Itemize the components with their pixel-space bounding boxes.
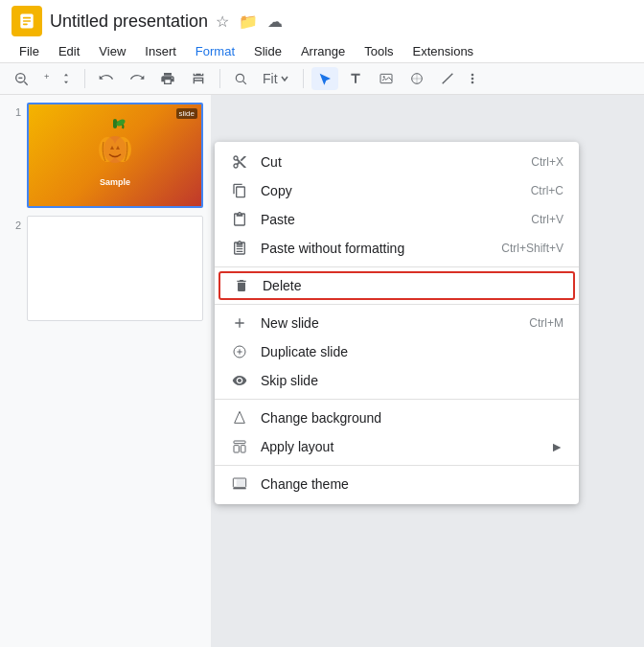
slide-sample-text: Sample: [86, 177, 144, 187]
menu-change-background[interactable]: Change background: [215, 404, 579, 432]
duplicate-slide-icon: [230, 344, 249, 359]
slide-badge: slide: [176, 108, 197, 119]
divider-3: [215, 399, 579, 400]
slide-thumb-1[interactable]: 1 slide: [8, 103, 203, 208]
apply-layout-label: Apply layout: [261, 439, 550, 454]
svg-rect-1: [23, 17, 31, 19]
paste-shortcut: Ctrl+V: [531, 213, 564, 226]
change-theme-label: Change theme: [261, 476, 564, 492]
paste-no-format-label: Paste without formatting: [261, 241, 501, 256]
cut-icon: [230, 154, 249, 170]
menu-change-theme[interactable]: Change theme: [215, 470, 579, 498]
menu-insert[interactable]: Insert: [137, 40, 184, 62]
svg-text:+: +: [44, 72, 49, 81]
menu-delete[interactable]: Delete: [218, 271, 575, 300]
folder-icon[interactable]: 📁: [239, 12, 258, 31]
slide-panel: 1 slide: [0, 95, 211, 647]
svg-point-8: [236, 74, 243, 81]
copy-shortcut: Ctrl+C: [531, 184, 564, 197]
paste-no-format-shortcut: Ctrl+Shift+V: [501, 242, 564, 255]
svg-rect-14: [113, 119, 117, 128]
svg-point-11: [382, 76, 384, 78]
toolbar: + Fit: [0, 63, 644, 95]
menu-cut[interactable]: Cut Ctrl+X: [215, 148, 579, 176]
cut-shortcut: Ctrl+X: [531, 155, 564, 169]
line-tool-button[interactable]: [434, 67, 461, 90]
new-slide-label: New slide: [261, 315, 529, 331]
svg-rect-23: [234, 446, 239, 452]
document-title[interactable]: Untitled presentation: [50, 12, 208, 32]
toolbar-sep-2: [219, 69, 220, 88]
change-theme-icon: [230, 476, 249, 492]
change-background-icon: [230, 410, 249, 426]
paste-no-format-icon: [230, 241, 249, 256]
zoom-select-button[interactable]: [228, 68, 253, 89]
menu-slide[interactable]: Slide: [246, 40, 289, 62]
menu-tools[interactable]: Tools: [356, 40, 401, 62]
print-button[interactable]: [154, 67, 181, 90]
top-bar: Untitled presentation ☆ 📁 ☁ File Edit Vi…: [0, 0, 644, 63]
zoom-label-button[interactable]: Fit: [257, 67, 295, 90]
menu-paste[interactable]: Paste Ctrl+V: [215, 205, 579, 234]
paste-icon: [230, 212, 249, 227]
svg-point-19: [104, 136, 126, 163]
toolbar-sep-1: [84, 69, 85, 88]
skip-slide-icon: [230, 373, 249, 388]
svg-rect-24: [241, 446, 245, 452]
star-icon[interactable]: ☆: [216, 12, 229, 31]
zoom-in-button[interactable]: +: [38, 67, 77, 90]
delete-label: Delete: [263, 278, 562, 293]
skip-slide-label: Skip slide: [261, 373, 564, 388]
cloud-icon[interactable]: ☁: [267, 12, 283, 31]
copy-label: Copy: [261, 183, 531, 198]
menu-edit[interactable]: Edit: [51, 40, 87, 62]
menu-duplicate-slide[interactable]: Duplicate slide: [215, 337, 579, 366]
shapes-tool-button[interactable]: [403, 67, 430, 90]
menu-file[interactable]: File: [12, 40, 47, 62]
select-tool-button[interactable]: [311, 67, 338, 90]
more-tools-icon: [465, 71, 480, 86]
slide-preview-1[interactable]: slide: [27, 103, 203, 208]
apply-layout-arrow: ►: [550, 439, 564, 454]
paste-label: Paste: [261, 212, 531, 227]
duplicate-slide-label: Duplicate slide: [261, 344, 564, 359]
copy-icon: [230, 183, 249, 198]
text-tool-button[interactable]: [342, 67, 369, 90]
menu-extensions[interactable]: Extensions: [405, 40, 482, 62]
svg-rect-2: [23, 20, 31, 22]
svg-line-13: [442, 74, 452, 84]
pumpkin-area: Sample: [86, 115, 144, 187]
slide-num-2: 2: [8, 216, 21, 231]
context-menu: Cut Ctrl+X Copy Ctrl+C Paste Ctrl+V Past…: [215, 142, 579, 504]
menu-format[interactable]: Format: [188, 40, 242, 62]
change-background-label: Change background: [261, 410, 564, 426]
svg-rect-22: [234, 441, 245, 444]
delete-icon: [232, 278, 251, 293]
menu-copy[interactable]: Copy Ctrl+C: [215, 176, 579, 205]
menu-skip-slide[interactable]: Skip slide: [215, 366, 579, 395]
svg-rect-3: [23, 24, 28, 26]
undo-button[interactable]: [93, 67, 120, 90]
title-row: Untitled presentation ☆ 📁 ☁: [12, 6, 632, 36]
app-icon: [12, 6, 42, 36]
image-tool-button[interactable]: [373, 67, 400, 90]
menu-new-slide[interactable]: New slide Ctrl+M: [215, 309, 579, 337]
menu-view[interactable]: View: [91, 40, 133, 62]
menu-arrange[interactable]: Arrange: [293, 40, 353, 62]
slide-num-1: 1: [8, 103, 21, 118]
slide-preview-2[interactable]: [27, 216, 203, 321]
menu-bar: File Edit View Insert Format Slide Arran…: [12, 40, 632, 62]
slide-thumb-2[interactable]: 2: [8, 216, 203, 321]
zoom-out-button[interactable]: [8, 67, 34, 90]
menu-paste-no-format[interactable]: Paste without formatting Ctrl+Shift+V: [215, 234, 579, 263]
paint-format-button[interactable]: [185, 67, 212, 90]
menu-apply-layout[interactable]: Apply layout ►: [215, 432, 579, 461]
new-slide-shortcut: Ctrl+M: [529, 316, 564, 330]
redo-button[interactable]: [124, 67, 150, 90]
svg-rect-26: [237, 479, 245, 486]
new-slide-icon: [230, 315, 249, 331]
divider-2: [215, 304, 579, 305]
divider-4: [215, 465, 579, 466]
svg-line-6: [24, 81, 27, 84]
apply-layout-icon: [230, 439, 249, 454]
